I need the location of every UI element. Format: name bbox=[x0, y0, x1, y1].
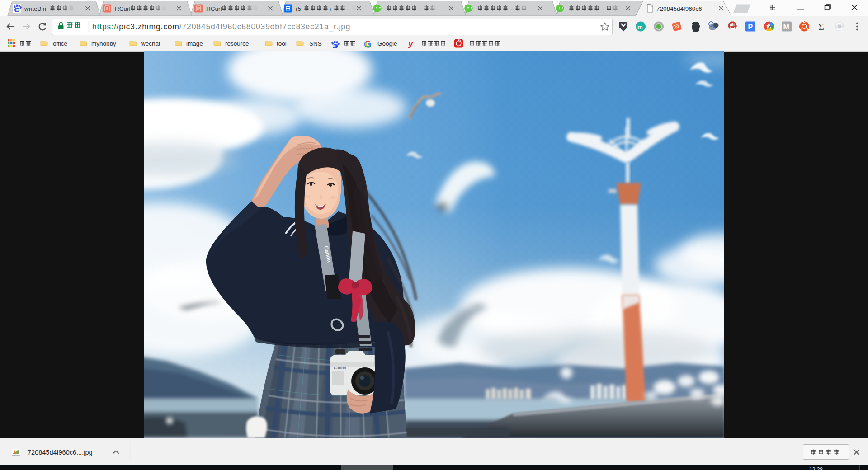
svg-text:resource: resource bbox=[225, 40, 249, 47]
svg-text:image: image bbox=[186, 40, 203, 47]
svg-text:office: office bbox=[53, 40, 67, 47]
svg-text:RCurl: RCurl bbox=[206, 5, 222, 12]
svg-text:Google: Google bbox=[377, 40, 397, 47]
svg-text:du: du bbox=[16, 8, 20, 12]
svg-text:P: P bbox=[748, 23, 753, 31]
svg-text:720845d4f960c6....jpg: 720845d4f960c6....jpg bbox=[28, 449, 93, 456]
svg-text:M: M bbox=[783, 23, 789, 31]
svg-text:-: - bbox=[347, 5, 349, 12]
svg-text:wechat: wechat bbox=[141, 40, 160, 47]
svg-text:writeBin_: writeBin_ bbox=[24, 5, 50, 12]
svg-text:du: du bbox=[332, 44, 336, 47]
svg-text:-: - bbox=[420, 5, 422, 12]
svg-text:720845d4f960c6: 720845d4f960c6 bbox=[656, 5, 702, 12]
svg-text:y: y bbox=[408, 39, 414, 48]
svg-text:Σ: Σ bbox=[818, 21, 824, 33]
svg-text:m: m bbox=[637, 24, 643, 30]
svg-text:RCurl: RCurl bbox=[115, 5, 131, 12]
svg-text:https://pic3.zhimg.com/720845d: https://pic3.zhimg.com/720845d4f960c6800… bbox=[92, 22, 350, 32]
svg-text:(5: (5 bbox=[296, 5, 301, 12]
svg-text:Canon: Canon bbox=[334, 366, 346, 370]
svg-text:SNS: SNS bbox=[309, 40, 322, 47]
svg-text:tool: tool bbox=[277, 40, 287, 47]
svg-text:myhobby: myhobby bbox=[91, 40, 116, 47]
svg-text:): ) bbox=[329, 5, 331, 12]
